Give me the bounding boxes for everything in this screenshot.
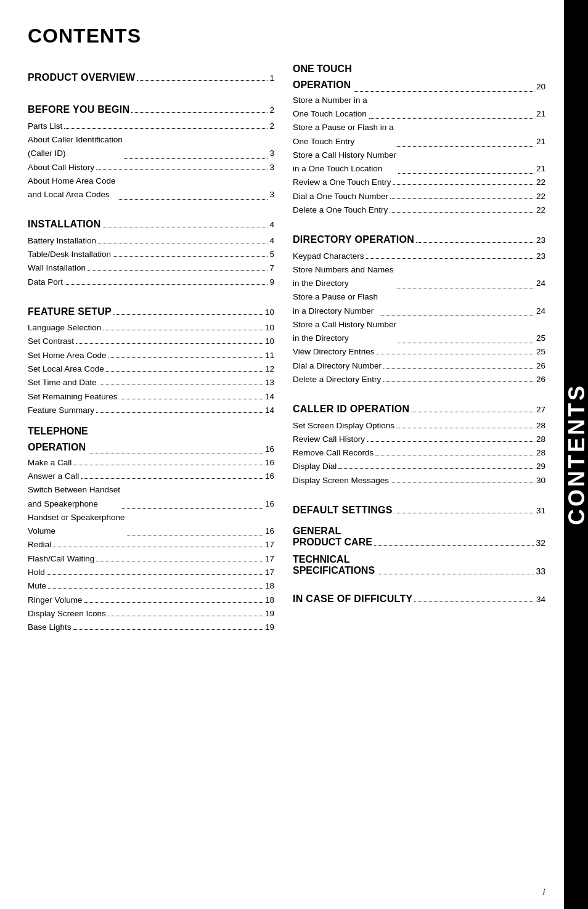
label-wall-installation: Wall Installation bbox=[28, 261, 86, 275]
page-num-product-overview: 1 bbox=[269, 71, 274, 85]
page-num-battery-installation: 4 bbox=[269, 234, 274, 248]
toc-entry-keypad-characters: Keypad Characters 23 bbox=[293, 250, 545, 263]
toc-entry-base-lights: Base Lights 19 bbox=[28, 621, 274, 634]
page-num-about-caller-id: 3 bbox=[269, 147, 274, 160]
toc-group-installation: INSTALLATION 4 Battery Installation 4 Ta… bbox=[28, 208, 274, 288]
dots-about-call-history bbox=[96, 169, 267, 170]
dots-general-product-care bbox=[374, 545, 534, 546]
dots-keypad-characters bbox=[366, 258, 534, 259]
toc-group-general-product-care: GENERALPRODUCT CARE 32 bbox=[293, 526, 545, 548]
toc-entry-battery-installation: Battery Installation 4 bbox=[28, 234, 274, 248]
dots-set-time-and-date bbox=[99, 385, 263, 385]
toc-entry-set-home-area-code: Set Home Area Code 11 bbox=[28, 349, 274, 362]
dots-about-caller-id bbox=[125, 158, 268, 159]
toc-group-directory-operation: DIRECTORY OPERATION 23 Keypad Characters… bbox=[293, 223, 545, 386]
toc-group-in-case-of-difficulty: IN CASE OF DIFFICULTY 34 bbox=[293, 582, 545, 608]
toc-entry-feature-summary: Feature Summary 14 bbox=[28, 404, 274, 417]
toc-entry-flash-call-waiting: Flash/Call Waiting 17 bbox=[28, 552, 274, 566]
page-num-view-directory-entries: 25 bbox=[536, 345, 545, 359]
toc-entry-general-product-care: GENERALPRODUCT CARE 32 bbox=[293, 526, 545, 548]
page-num-about-home-area-code: 3 bbox=[269, 188, 274, 202]
dots-default-settings bbox=[394, 513, 534, 513]
section-header-in-case-of-difficulty: IN CASE OF DIFFICULTY bbox=[293, 591, 412, 607]
label-answer-a-call: Answer a Call bbox=[28, 470, 79, 483]
dots-before-you-begin bbox=[131, 112, 267, 113]
toc-entry-delete-directory-entry: Delete a Directory Entry 26 bbox=[293, 373, 545, 386]
dots-delete-one-touch-entry bbox=[390, 212, 534, 213]
label-feature-summary: Feature Summary bbox=[28, 404, 94, 417]
toc-entry-hold: Hold 17 bbox=[28, 566, 274, 579]
dots-product-overview bbox=[137, 80, 267, 81]
section-header-product-overview: PRODUCT OVERVIEW bbox=[28, 70, 135, 86]
label-remove-call-records: Remove Call Records bbox=[293, 446, 374, 460]
label-display-screen-icons: Display Screen Icons bbox=[28, 607, 106, 621]
label-store-call-history-dir: Store a Call History Numberin the Direct… bbox=[293, 318, 396, 346]
dots-remove-call-records bbox=[375, 455, 534, 455]
section-header-general-product-care: GENERALPRODUCT CARE bbox=[293, 526, 372, 548]
toc-entry-about-home-area-code: About Home Area Codeand Local Area Codes… bbox=[28, 174, 274, 202]
toc-entry-display-screen-messages: Display Screen Messages 30 bbox=[293, 474, 545, 487]
dots-set-remaining-features bbox=[120, 399, 263, 399]
toc-group-caller-id-operation: CALLER ID OPERATION 27 Set Screen Displa… bbox=[293, 393, 545, 487]
dots-store-a-pause-or-flash bbox=[396, 146, 534, 147]
label-make-a-call: Make a Call bbox=[28, 456, 71, 470]
toc-entry-answer-a-call: Answer a Call 16 bbox=[28, 470, 274, 483]
toc-entry-one-touch-operation: ONE TOUCHOPERATION 20 bbox=[293, 61, 545, 94]
page-num-display-screen-messages: 30 bbox=[536, 474, 545, 487]
toc-entry-review-call-history: Review Call History 28 bbox=[293, 433, 545, 446]
page-num-set-contrast: 10 bbox=[265, 335, 274, 348]
toc-entry-in-case-of-difficulty: IN CASE OF DIFFICULTY 34 bbox=[293, 582, 545, 608]
dots-feature-setup bbox=[113, 314, 263, 315]
toc-entry-handset-or-speakerphone-volume: Handset or SpeakerphoneVolume 16 bbox=[28, 511, 274, 539]
page-num-switch-between-handset: 16 bbox=[265, 497, 274, 511]
label-store-a-pause-or-flash: Store a Pause or Flash in aOne Touch Ent… bbox=[293, 121, 394, 149]
label-ringer-volume: Ringer Volume bbox=[28, 593, 83, 607]
dots-flash-call-waiting bbox=[96, 561, 263, 561]
toc-group-before-you-begin: BEFORE YOU BEGIN 2 Parts List 2 About Ca… bbox=[28, 93, 274, 202]
dots-parts-list bbox=[64, 128, 267, 129]
section-header-before-you-begin: BEFORE YOU BEGIN bbox=[28, 102, 129, 118]
label-about-caller-id: About Caller Identification(Caller ID) bbox=[28, 133, 123, 161]
toc-entry-store-pause-or-flash-dir: Store a Pause or Flashin a Directory Num… bbox=[293, 290, 545, 318]
toc-entry-make-a-call: Make a Call 16 bbox=[28, 456, 274, 470]
dots-caller-id-operation bbox=[411, 412, 534, 412]
toc-entry-before-you-begin: BEFORE YOU BEGIN 2 bbox=[28, 93, 274, 119]
page-num-feature-setup: 10 bbox=[265, 306, 274, 319]
page-num-in-case-of-difficulty: 34 bbox=[536, 593, 545, 606]
label-store-pause-or-flash-dir: Store a Pause or Flashin a Directory Num… bbox=[293, 290, 378, 318]
page-num-store-pause-or-flash-dir: 24 bbox=[536, 304, 545, 318]
page-num-one-touch-operation: 20 bbox=[536, 80, 545, 94]
toc-entry-dial-one-touch-number: Dial a One Touch Number 22 bbox=[293, 190, 545, 203]
toc-entry-feature-setup: FEATURE SETUP 10 bbox=[28, 295, 274, 321]
section-header-technical-specifications: TECHNICALSPECIFICATIONS bbox=[293, 554, 375, 576]
dots-dial-a-directory-number bbox=[383, 368, 534, 369]
page-title: CONTENTS bbox=[28, 25, 545, 47]
toc-entry-view-directory-entries: View Directory Entries 25 bbox=[293, 345, 545, 359]
page-container: CONTENTS PRODUCT OVERVIEW 1 BEFORE YOU B… bbox=[0, 0, 588, 909]
label-parts-list: Parts List bbox=[28, 120, 62, 133]
page-num-dial-a-directory-number: 26 bbox=[536, 359, 545, 373]
label-dial-one-touch-number: Dial a One Touch Number bbox=[293, 190, 388, 203]
label-language-selection: Language Selection bbox=[28, 321, 101, 335]
toc-entry-technical-specifications: TECHNICALSPECIFICATIONS 33 bbox=[293, 554, 545, 576]
page-num-caller-id-operation: 27 bbox=[536, 403, 545, 417]
label-dial-a-directory-number: Dial a Directory Number bbox=[293, 359, 382, 373]
toc-group-default-settings: DEFAULT SETTINGS 31 bbox=[293, 494, 545, 520]
toc-entry-parts-list: Parts List 2 bbox=[28, 120, 274, 133]
toc-entry-set-remaining-features: Set Remaining Features 14 bbox=[28, 390, 274, 404]
sidebar-contents-label: CONTENTS bbox=[564, 384, 588, 526]
section-header-telephone-operation: TELEPHONEOPERATION bbox=[28, 423, 88, 456]
page-number: i bbox=[543, 887, 545, 897]
vertical-sidebar: CONTENTS bbox=[564, 0, 588, 909]
label-keypad-characters: Keypad Characters bbox=[293, 250, 364, 263]
label-redial: Redial bbox=[28, 538, 51, 552]
page-num-store-a-pause-or-flash: 21 bbox=[536, 135, 545, 149]
page-num-set-home-area-code: 11 bbox=[265, 349, 274, 362]
page-num-set-local-area-code: 12 bbox=[265, 362, 274, 376]
toc-entry-set-local-area-code: Set Local Area Code 12 bbox=[28, 362, 274, 376]
label-base-lights: Base Lights bbox=[28, 621, 71, 634]
dots-in-case-of-difficulty bbox=[414, 601, 534, 602]
page-num-review-one-touch-entry: 22 bbox=[536, 176, 545, 189]
label-data-port: Data Port bbox=[28, 275, 63, 289]
page-num-feature-summary: 14 bbox=[265, 404, 274, 417]
